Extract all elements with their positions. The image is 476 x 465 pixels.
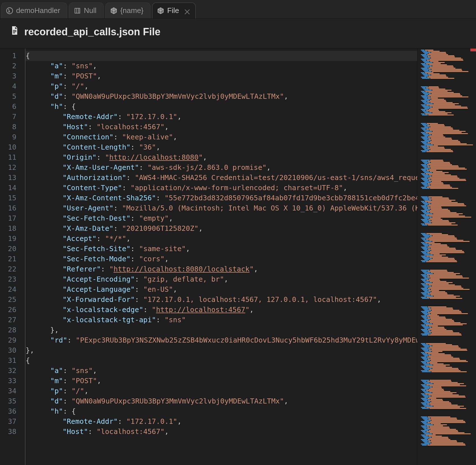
json-token: "cors" (139, 254, 164, 264)
line-number: 34 (0, 386, 16, 396)
json-key: "Accept-Encoding" (63, 274, 135, 284)
code-line[interactable]: "X-Amz-Content-Sha256": "55e772bd3d832d8… (26, 193, 417, 203)
json-key: "Remote-Addr" (63, 416, 118, 427)
code-line[interactable]: "p": "/", (26, 386, 417, 396)
close-icon[interactable] (184, 8, 189, 13)
json-token: : (113, 203, 122, 213)
json-key: "Accept-Language" (63, 284, 135, 295)
code-line[interactable]: "Authorization": "AWS4-HMAC-SHA256 Crede… (26, 173, 417, 183)
line-number: 16 (0, 203, 16, 213)
json-token: "QWN0aW9uPUxpc3RUb3BpY3MmVmVyc2lvbj0yMDE… (71, 91, 284, 102)
code-line[interactable]: "Accept-Language": "en-US", (26, 284, 417, 295)
code-line[interactable]: "Content-Type": "application/x-www-form-… (26, 183, 417, 193)
json-link: http://localhost:8080 (109, 152, 198, 163)
json-token: "/" (71, 386, 84, 396)
json-token: : (156, 193, 165, 203)
tab-label: demoHandler (16, 6, 60, 15)
code-line[interactable]: "d": "QWN0aW9uPUxpc3RUb3BpY3MmVmVyc2lvbj… (26, 396, 417, 406)
code-area[interactable]: {"a": "sns","m": "POST","p": "/","d": "Q… (25, 49, 417, 465)
page-title: recorded_api_calls.json File (24, 26, 160, 38)
code-line[interactable]: { (26, 356, 417, 366)
json-link: http://localhost:8080/localstack (113, 264, 250, 274)
code-line[interactable]: "Referer": "http://localhost:8080/locals… (26, 264, 417, 274)
code-line[interactable]: "X-Forwarded-For": "172.17.0.1, localhos… (26, 295, 417, 305)
line-number: 1 (0, 51, 16, 61)
code-line[interactable]: "Sec-Fetch-Dest": "empty", (26, 213, 417, 223)
json-token: : (97, 152, 105, 163)
json-token: { (26, 356, 30, 366)
code-line[interactable]: "p": "/", (26, 81, 417, 91)
code-line[interactable]: "a": "sns", (26, 61, 417, 71)
json-token: , (169, 213, 173, 223)
json-token: , (198, 223, 203, 234)
code-line[interactable]: "h": { (26, 102, 417, 112)
json-key: "p" (50, 386, 63, 396)
minimap-block (419, 50, 474, 84)
line-number: 25 (0, 295, 16, 305)
json-token: , (343, 183, 347, 193)
json-token: : (118, 416, 126, 427)
code-line[interactable]: }, (26, 345, 417, 356)
code-line[interactable]: "Remote-Addr": "172.17.0.1", (26, 112, 417, 122)
json-token: , (377, 295, 381, 305)
json-key: "Origin" (63, 152, 97, 163)
svg-point-0 (6, 8, 13, 14)
code-line[interactable]: "m": "POST", (26, 71, 417, 81)
tab-null[interactable]: Null (69, 3, 104, 18)
json-token: "localhost:4567" (97, 122, 165, 132)
code-line[interactable]: "Remote-Addr": "172.17.0.1", (26, 416, 417, 427)
code-line[interactable]: "X-Amz-User-Agent": "aws-sdk-js/2.863.0 … (26, 163, 417, 173)
tab-strip: demoHandlerNull{name}File (0, 0, 476, 19)
line-number: 26 (0, 305, 16, 315)
tab-demoHandler[interactable]: demoHandler (1, 3, 67, 18)
tab-file[interactable]: File (152, 3, 196, 18)
json-token: , (126, 234, 130, 244)
code-line[interactable]: "x-localstack-edge": "http://localhost:4… (26, 305, 417, 315)
json-token: , (165, 427, 169, 437)
minimap[interactable] (417, 49, 476, 465)
code-line[interactable]: "Content-Length": "36", (26, 142, 417, 152)
line-number: 24 (0, 284, 16, 295)
code-line[interactable]: "m": "POST", (26, 376, 417, 386)
json-token: "gzip, deflate, br" (143, 274, 224, 284)
json-key: "Sec-Fetch-Site" (63, 244, 131, 254)
json-token: : (113, 223, 122, 234)
minimap-block (419, 160, 474, 194)
code-line[interactable]: "Accept": "*/*", (26, 234, 417, 244)
code-line[interactable]: "rd": "PExpc3RUb3BpY3NSZXNwb25zZSB4bWxuc… (26, 335, 417, 345)
code-line[interactable]: "Sec-Fetch-Mode": "cors", (26, 254, 417, 264)
json-token: , (97, 71, 101, 81)
json-token: : (63, 376, 71, 386)
code-line[interactable]: "Host": "localhost:4567", (26, 427, 417, 437)
line-number: 20 (0, 244, 16, 254)
code-line[interactable]: { (26, 51, 417, 61)
code-line[interactable]: "x-localstack-tgt-api": "sns" (26, 315, 417, 325)
code-line[interactable]: "a": "sns", (26, 366, 417, 376)
json-token: "localhost:4567" (97, 427, 165, 437)
json-token: : (63, 366, 71, 376)
code-line[interactable]: }, (26, 325, 417, 335)
json-key: "h" (50, 102, 63, 112)
line-number: 38 (0, 427, 16, 437)
code-line[interactable]: "h": { (26, 406, 417, 416)
line-number: 21 (0, 254, 16, 264)
code-line[interactable]: "Accept-Encoding": "gzip, deflate, br", (26, 274, 417, 284)
json-token: , (250, 305, 254, 315)
code-line[interactable]: "d": "QWN0aW9uPUxpc3RUb3BpY3MmVmVyc2lvbj… (26, 91, 417, 102)
json-token: "36" (139, 142, 156, 152)
json-token: : (126, 173, 135, 183)
code-line[interactable]: "Sec-Fetch-Site": "same-site", (26, 244, 417, 254)
tab-label: File (167, 6, 179, 15)
json-token: , (84, 386, 88, 396)
json-key: "X-Forwarded-For" (63, 295, 135, 305)
code-line[interactable]: "Host": "localhost:4567", (26, 122, 417, 132)
line-number: 28 (0, 325, 16, 335)
json-key: "p" (50, 81, 63, 91)
code-line[interactable]: "User-Agent": "Mozilla/5.0 (Macintosh; I… (26, 203, 417, 213)
code-editor[interactable]: 1234567891011121314151617181920212223242… (0, 49, 476, 465)
tab-name[interactable]: {name} (105, 3, 150, 18)
json-token: "empty" (139, 213, 169, 223)
code-line[interactable]: "Connection": "keep-alive", (26, 132, 417, 142)
code-line[interactable]: "X-Amz-Date": "20210906T125820Z", (26, 223, 417, 234)
code-line[interactable]: "Origin": "http://localhost:8080", (26, 152, 417, 163)
